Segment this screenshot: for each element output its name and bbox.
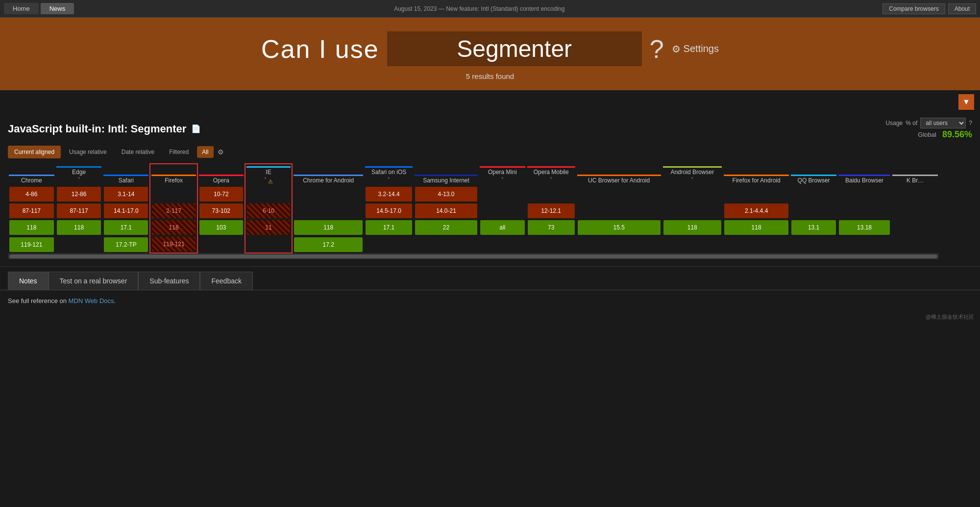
table-cell[interactable]: 118: [8, 219, 55, 236]
table-cell[interactable]: [245, 186, 293, 203]
table-cell[interactable]: [723, 186, 790, 203]
table-cell[interactable]: 14.1-17.0: [102, 203, 150, 219]
table-cell[interactable]: [837, 203, 891, 219]
table-cell[interactable]: 4-13.0: [414, 186, 479, 203]
table-cell[interactable]: 14.5-17.0: [364, 203, 414, 219]
table-cell[interactable]: [245, 236, 293, 253]
table-cell[interactable]: [576, 236, 662, 253]
nav-tab-news[interactable]: News: [41, 3, 74, 14]
table-cell[interactable]: 6-10: [245, 203, 293, 219]
th-firefox: Firefox: [150, 164, 197, 186]
doc-icon[interactable]: 📄: [191, 124, 201, 133]
table-cell[interactable]: 2-117: [150, 203, 197, 219]
table-cell[interactable]: [662, 236, 723, 253]
table-cell[interactable]: 73-102: [197, 203, 245, 219]
opera-label: Opera: [199, 177, 244, 184]
tab-usage-relative[interactable]: Usage relative: [63, 146, 113, 158]
table-cell[interactable]: 118: [150, 219, 197, 236]
tab-sub-features[interactable]: Sub-features: [138, 272, 200, 290]
table-cell[interactable]: 3.1-14: [102, 186, 150, 203]
table-cell[interactable]: [197, 236, 245, 253]
table-cell[interactable]: 17.2-TP: [102, 236, 150, 253]
table-cell[interactable]: [790, 203, 837, 219]
users-select[interactable]: all users: [920, 118, 966, 128]
table-cell[interactable]: 118: [723, 219, 790, 236]
table-cell[interactable]: 15.5: [576, 219, 662, 236]
table-cell[interactable]: [891, 186, 939, 203]
table-cell[interactable]: 118: [662, 219, 723, 236]
table-cell[interactable]: [662, 203, 723, 219]
tab-settings-icon[interactable]: ⚙: [218, 148, 224, 156]
table-cell[interactable]: [576, 186, 662, 203]
table-cell[interactable]: 4-86: [8, 186, 55, 203]
table-cell[interactable]: [150, 186, 197, 203]
table-cell[interactable]: [479, 203, 526, 219]
table-cell[interactable]: [891, 203, 939, 219]
usage-help-icon[interactable]: ?: [969, 120, 972, 127]
table-cell[interactable]: 87-117: [8, 203, 55, 219]
tab-date-relative[interactable]: Date relative: [115, 146, 161, 158]
tab-notes[interactable]: Notes: [8, 272, 49, 290]
table-cell[interactable]: 12-12.1: [526, 203, 576, 219]
table-cell[interactable]: [790, 186, 837, 203]
nav-tab-home[interactable]: Home: [4, 3, 39, 14]
search-input[interactable]: [387, 31, 642, 66]
table-cell[interactable]: [292, 186, 364, 203]
table-cell[interactable]: [55, 236, 103, 253]
tab-all[interactable]: All: [197, 146, 213, 158]
table-cell[interactable]: 10-72: [197, 186, 245, 203]
compare-browsers-button[interactable]: Compare browsers: [882, 3, 945, 14]
table-cell[interactable]: 3.2-14.4: [364, 186, 414, 203]
mdn-link[interactable]: MDN Web Docs: [69, 297, 114, 304]
settings-button[interactable]: ⚙ Settings: [672, 43, 719, 55]
table-cell[interactable]: 119-121: [8, 236, 55, 253]
tab-current-aligned[interactable]: Current aligned: [8, 146, 61, 158]
table-cell[interactable]: 2.1-4.4.4: [723, 203, 790, 219]
table-cell[interactable]: [662, 186, 723, 203]
tab-test-browser[interactable]: Test on a real browser: [49, 272, 139, 290]
table-cell[interactable]: [526, 236, 576, 253]
android-asterisk: *: [691, 177, 693, 182]
about-button[interactable]: About: [948, 3, 976, 14]
android-label: Android Browser: [663, 169, 722, 176]
table-cell[interactable]: [479, 186, 526, 203]
table-cell[interactable]: 11: [245, 219, 293, 236]
opera-mini-asterisk: *: [501, 177, 503, 182]
th-safari: Safari: [102, 164, 150, 186]
table-cell[interactable]: 119-121: [150, 236, 197, 253]
table-cell[interactable]: [479, 236, 526, 253]
table-cell[interactable]: [292, 203, 364, 219]
table-cell[interactable]: 103: [197, 219, 245, 236]
opera-mobile-label: Opera Mobile: [527, 169, 575, 176]
table-cell[interactable]: 14.0-21: [414, 203, 479, 219]
filter-button[interactable]: ▼: [958, 94, 974, 110]
tab-feedback[interactable]: Feedback: [200, 272, 252, 290]
table-cell[interactable]: [723, 236, 790, 253]
pct-of-label: % of: [906, 120, 917, 127]
table-cell[interactable]: [837, 186, 891, 203]
table-cell[interactable]: all: [479, 219, 526, 236]
table-cell[interactable]: [526, 186, 576, 203]
tab-filtered[interactable]: Filtered: [163, 146, 195, 158]
table-cell[interactable]: 87-117: [55, 203, 103, 219]
table-cell[interactable]: 22: [414, 219, 479, 236]
table-cell[interactable]: 13.18: [837, 219, 891, 236]
table-cell[interactable]: [790, 236, 837, 253]
table-cell[interactable]: 17.2: [292, 236, 364, 253]
table-cell[interactable]: [891, 219, 939, 236]
table-cell[interactable]: 17.1: [364, 219, 414, 236]
settings-label: Settings: [684, 43, 719, 54]
table-cell[interactable]: [576, 203, 662, 219]
th-k: K Br…: [891, 164, 939, 186]
table-cell[interactable]: 118: [292, 219, 364, 236]
table-cell[interactable]: 73: [526, 219, 576, 236]
table-cell[interactable]: [891, 236, 939, 253]
table-cell[interactable]: [837, 236, 891, 253]
table-cell[interactable]: 12-86: [55, 186, 103, 203]
horizontal-scrollbar[interactable]: [9, 254, 937, 258]
table-cell[interactable]: 13.1: [790, 219, 837, 236]
table-cell[interactable]: 118: [55, 219, 103, 236]
table-cell[interactable]: [414, 236, 479, 253]
table-cell[interactable]: 17.1: [102, 219, 150, 236]
table-cell[interactable]: [364, 236, 414, 253]
